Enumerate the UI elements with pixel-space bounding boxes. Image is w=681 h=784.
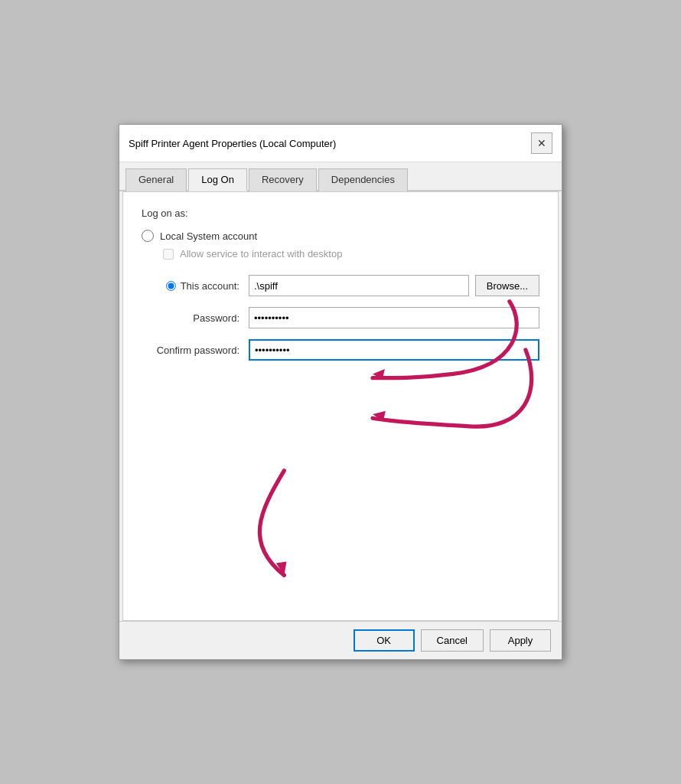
- close-button[interactable]: ✕: [531, 132, 552, 154]
- cancel-button[interactable]: Cancel: [421, 629, 484, 652]
- tab-bar: General Log On Recovery Dependencies: [119, 162, 562, 191]
- browse-button[interactable]: Browse...: [475, 275, 539, 296]
- tab-recovery[interactable]: Recovery: [249, 168, 317, 191]
- this-account-radio[interactable]: [166, 281, 176, 291]
- svg-marker-0: [373, 369, 385, 380]
- tab-dependencies[interactable]: Dependencies: [318, 168, 408, 191]
- tab-general[interactable]: General: [125, 168, 187, 191]
- title-bar: Spiff Printer Agent Properties (Local Co…: [119, 125, 562, 162]
- allow-service-checkbox[interactable]: [163, 249, 174, 260]
- password-label: Password:: [142, 312, 249, 324]
- confirm-password-row: Confirm password:: [142, 339, 539, 361]
- tab-logon[interactable]: Log On: [188, 168, 247, 191]
- dialog-window: Spiff Printer Agent Properties (Local Co…: [119, 124, 562, 660]
- this-account-label: This account:: [181, 280, 239, 292]
- tab-content: Log on as: Local System account Allow se…: [122, 191, 559, 621]
- svg-marker-2: [276, 562, 287, 576]
- password-input[interactable]: [249, 307, 539, 328]
- allow-service-label: Allow service to interact with desktop: [180, 248, 342, 260]
- password-row: Password:: [142, 307, 539, 328]
- this-account-input[interactable]: [249, 275, 469, 296]
- allow-service-row: Allow service to interact with desktop: [163, 248, 539, 260]
- button-bar: OK Cancel Apply: [119, 621, 562, 659]
- svg-marker-1: [373, 411, 386, 422]
- confirm-password-input[interactable]: [249, 339, 539, 361]
- confirm-password-label: Confirm password:: [142, 345, 249, 356]
- local-system-row: Local System account: [142, 230, 539, 242]
- this-account-row: This account: Browse...: [142, 275, 539, 296]
- local-system-label: Local System account: [160, 230, 257, 242]
- apply-button[interactable]: Apply: [490, 629, 551, 652]
- local-system-radio[interactable]: [142, 230, 154, 242]
- logon-as-label: Log on as:: [142, 207, 539, 219]
- dialog-title: Spiff Printer Agent Properties (Local Co…: [129, 138, 336, 149]
- ok-button[interactable]: OK: [354, 629, 415, 652]
